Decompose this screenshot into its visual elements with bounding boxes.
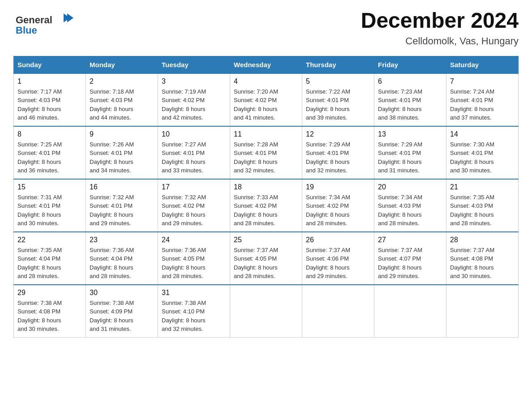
day-number: 25 — [234, 236, 298, 244]
calendar-day-cell: 30Sunrise: 7:38 AMSunset: 4:09 PMDayligh… — [86, 285, 158, 338]
day-sun-info: Sunrise: 7:37 AMSunset: 4:07 PMDaylight:… — [378, 246, 442, 281]
svg-text:General: General — [16, 14, 52, 26]
calendar-table: SundayMondayTuesdayWednesdayThursdayFrid… — [13, 56, 519, 338]
day-number: 21 — [450, 183, 515, 191]
day-sun-info: Sunrise: 7:35 AMSunset: 4:04 PMDaylight:… — [17, 246, 82, 281]
day-sun-info: Sunrise: 7:32 AMSunset: 4:02 PMDaylight:… — [162, 193, 226, 228]
day-sun-info: Sunrise: 7:34 AMSunset: 4:02 PMDaylight:… — [306, 193, 370, 228]
day-number: 17 — [162, 183, 226, 191]
day-number: 24 — [162, 236, 226, 244]
day-sun-info: Sunrise: 7:24 AMSunset: 4:01 PMDaylight:… — [450, 87, 515, 122]
day-sun-info: Sunrise: 7:37 AMSunset: 4:08 PMDaylight:… — [450, 246, 515, 281]
day-number: 22 — [17, 236, 82, 244]
calendar-day-cell: 13Sunrise: 7:29 AMSunset: 4:01 PMDayligh… — [374, 126, 446, 179]
day-number: 28 — [450, 236, 515, 244]
calendar-day-cell — [374, 285, 446, 338]
calendar-day-cell: 19Sunrise: 7:34 AMSunset: 4:02 PMDayligh… — [302, 179, 374, 232]
day-sun-info: Sunrise: 7:27 AMSunset: 4:01 PMDaylight:… — [162, 140, 226, 175]
calendar-day-cell: 24Sunrise: 7:36 AMSunset: 4:05 PMDayligh… — [158, 232, 230, 285]
calendar-day-cell: 9Sunrise: 7:26 AMSunset: 4:01 PMDaylight… — [86, 126, 158, 179]
day-number: 14 — [450, 130, 515, 138]
day-of-week-header: Sunday — [14, 56, 86, 73]
calendar-day-cell: 28Sunrise: 7:37 AMSunset: 4:08 PMDayligh… — [446, 232, 519, 285]
day-number: 18 — [234, 183, 298, 191]
day-number: 5 — [306, 77, 370, 86]
day-number: 31 — [162, 289, 226, 297]
day-of-week-header: Wednesday — [230, 56, 302, 73]
calendar-day-cell: 26Sunrise: 7:37 AMSunset: 4:06 PMDayligh… — [302, 232, 374, 285]
calendar-week-row: 22Sunrise: 7:35 AMSunset: 4:04 PMDayligh… — [14, 232, 519, 285]
calendar-day-cell: 20Sunrise: 7:34 AMSunset: 4:03 PMDayligh… — [374, 179, 446, 232]
logo: General Blue — [13, 9, 76, 38]
calendar-week-row: 29Sunrise: 7:38 AMSunset: 4:08 PMDayligh… — [14, 285, 519, 338]
calendar-day-cell: 16Sunrise: 7:32 AMSunset: 4:01 PMDayligh… — [86, 179, 158, 232]
calendar-day-cell: 2Sunrise: 7:18 AMSunset: 4:03 PMDaylight… — [86, 73, 158, 126]
day-number: 20 — [378, 183, 442, 191]
day-sun-info: Sunrise: 7:29 AMSunset: 4:01 PMDaylight:… — [306, 140, 370, 175]
day-number: 11 — [234, 130, 298, 138]
day-number: 12 — [306, 130, 370, 138]
calendar-day-cell: 29Sunrise: 7:38 AMSunset: 4:08 PMDayligh… — [14, 285, 86, 338]
day-sun-info: Sunrise: 7:17 AMSunset: 4:03 PMDaylight:… — [17, 87, 82, 122]
calendar-day-cell: 17Sunrise: 7:32 AMSunset: 4:02 PMDayligh… — [158, 179, 230, 232]
calendar-day-cell — [230, 285, 302, 338]
calendar-day-cell: 8Sunrise: 7:25 AMSunset: 4:01 PMDaylight… — [14, 126, 86, 179]
calendar-day-cell: 27Sunrise: 7:37 AMSunset: 4:07 PMDayligh… — [374, 232, 446, 285]
day-sun-info: Sunrise: 7:26 AMSunset: 4:01 PMDaylight:… — [90, 140, 154, 175]
day-sun-info: Sunrise: 7:30 AMSunset: 4:01 PMDaylight:… — [450, 140, 515, 175]
calendar-day-cell: 5Sunrise: 7:22 AMSunset: 4:01 PMDaylight… — [302, 73, 374, 126]
day-of-week-header: Monday — [86, 56, 158, 73]
day-of-week-header: Friday — [374, 56, 446, 73]
calendar-day-cell — [302, 285, 374, 338]
calendar-day-cell: 12Sunrise: 7:29 AMSunset: 4:01 PMDayligh… — [302, 126, 374, 179]
day-sun-info: Sunrise: 7:37 AMSunset: 4:06 PMDaylight:… — [306, 246, 370, 281]
day-sun-info: Sunrise: 7:25 AMSunset: 4:01 PMDaylight:… — [17, 140, 82, 175]
day-number: 16 — [90, 183, 154, 191]
calendar-day-cell: 14Sunrise: 7:30 AMSunset: 4:01 PMDayligh… — [446, 126, 519, 179]
day-sun-info: Sunrise: 7:23 AMSunset: 4:01 PMDaylight:… — [378, 87, 442, 122]
day-sun-info: Sunrise: 7:38 AMSunset: 4:08 PMDaylight:… — [17, 299, 82, 334]
calendar-week-row: 8Sunrise: 7:25 AMSunset: 4:01 PMDaylight… — [14, 126, 519, 179]
day-number: 8 — [17, 130, 82, 138]
logo-svg: General Blue — [13, 9, 76, 38]
calendar-day-cell: 11Sunrise: 7:28 AMSunset: 4:01 PMDayligh… — [230, 126, 302, 179]
calendar-day-cell: 21Sunrise: 7:35 AMSunset: 4:03 PMDayligh… — [446, 179, 519, 232]
day-number: 19 — [306, 183, 370, 191]
month-year-title: December 2024 — [361, 9, 519, 33]
day-number: 2 — [90, 77, 154, 86]
day-sun-info: Sunrise: 7:20 AMSunset: 4:02 PMDaylight:… — [234, 87, 298, 122]
calendar-day-cell: 1Sunrise: 7:17 AMSunset: 4:03 PMDaylight… — [14, 73, 86, 126]
calendar-day-cell — [446, 285, 519, 338]
calendar-day-cell: 23Sunrise: 7:36 AMSunset: 4:04 PMDayligh… — [86, 232, 158, 285]
svg-text:Blue: Blue — [16, 25, 37, 36]
day-sun-info: Sunrise: 7:31 AMSunset: 4:01 PMDaylight:… — [17, 193, 82, 228]
day-sun-info: Sunrise: 7:22 AMSunset: 4:01 PMDaylight:… — [306, 87, 370, 122]
day-number: 7 — [450, 77, 515, 86]
calendar-day-cell: 10Sunrise: 7:27 AMSunset: 4:01 PMDayligh… — [158, 126, 230, 179]
day-sun-info: Sunrise: 7:37 AMSunset: 4:05 PMDaylight:… — [234, 246, 298, 281]
calendar-week-row: 15Sunrise: 7:31 AMSunset: 4:01 PMDayligh… — [14, 179, 519, 232]
day-sun-info: Sunrise: 7:28 AMSunset: 4:01 PMDaylight:… — [234, 140, 298, 175]
day-number: 23 — [90, 236, 154, 244]
day-number: 15 — [17, 183, 82, 191]
day-number: 4 — [234, 77, 298, 86]
day-number: 26 — [306, 236, 370, 244]
calendar-day-cell: 4Sunrise: 7:20 AMSunset: 4:02 PMDaylight… — [230, 73, 302, 126]
location-subtitle: Celldomolk, Vas, Hungary — [361, 35, 519, 47]
calendar-day-cell: 7Sunrise: 7:24 AMSunset: 4:01 PMDaylight… — [446, 73, 519, 126]
day-sun-info: Sunrise: 7:32 AMSunset: 4:01 PMDaylight:… — [90, 193, 154, 228]
calendar-day-cell: 6Sunrise: 7:23 AMSunset: 4:01 PMDaylight… — [374, 73, 446, 126]
calendar-header-row: SundayMondayTuesdayWednesdayThursdayFrid… — [14, 56, 519, 73]
day-number: 3 — [162, 77, 226, 86]
day-number: 6 — [378, 77, 442, 86]
day-sun-info: Sunrise: 7:35 AMSunset: 4:03 PMDaylight:… — [450, 193, 515, 228]
day-sun-info: Sunrise: 7:18 AMSunset: 4:03 PMDaylight:… — [90, 87, 154, 122]
calendar-day-cell: 3Sunrise: 7:19 AMSunset: 4:02 PMDaylight… — [158, 73, 230, 126]
day-sun-info: Sunrise: 7:29 AMSunset: 4:01 PMDaylight:… — [378, 140, 442, 175]
day-sun-info: Sunrise: 7:34 AMSunset: 4:03 PMDaylight:… — [378, 193, 442, 228]
calendar-day-cell: 25Sunrise: 7:37 AMSunset: 4:05 PMDayligh… — [230, 232, 302, 285]
day-number: 30 — [90, 289, 154, 297]
day-sun-info: Sunrise: 7:19 AMSunset: 4:02 PMDaylight:… — [162, 87, 226, 122]
day-of-week-header: Saturday — [446, 56, 519, 73]
day-sun-info: Sunrise: 7:38 AMSunset: 4:09 PMDaylight:… — [90, 299, 154, 334]
